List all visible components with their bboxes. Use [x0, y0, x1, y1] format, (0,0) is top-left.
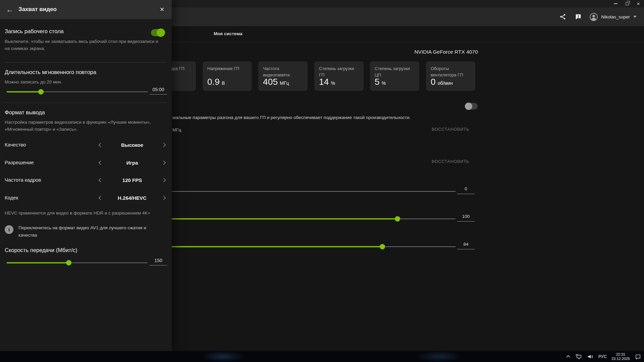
notifications-icon[interactable]: [635, 354, 641, 360]
taskbar-glow: [416, 351, 463, 362]
close-panel-button[interactable]: ✕: [157, 4, 167, 14]
panel-title: Захват видео: [18, 6, 57, 13]
quality-value: Высокое: [102, 142, 162, 148]
username: Nikolas_super: [601, 14, 630, 19]
panel-header: ← Захват видео ✕: [0, 0, 172, 19]
feedback-icon[interactable]: [574, 13, 582, 21]
gpu-slider-3[interactable]: [172, 246, 455, 247]
stat-card-gpu-load: Степень загрузки ГП 14%: [314, 61, 364, 91]
restore-button-1[interactable]: ВОССТАНОВИТЬ: [432, 127, 469, 132]
video-capture-panel: ← Захват видео ✕ Запись рабочего стола В…: [0, 0, 172, 351]
gpu-slider-2-value[interactable]: 100: [457, 214, 475, 222]
minimize-button[interactable]: [610, 0, 621, 7]
quality-label: Качество: [5, 142, 26, 147]
user-menu[interactable]: Nikolas_super: [590, 13, 637, 21]
resolution-stepper: Игра: [99, 160, 165, 166]
stat-value: 0.9В: [207, 77, 225, 87]
chevron-right-icon[interactable]: [161, 196, 166, 200]
speaker-icon[interactable]: [587, 354, 594, 360]
codec-label: Кодек: [5, 195, 18, 200]
divider: [5, 62, 167, 63]
codec-value: H.264/HEVC: [102, 195, 162, 201]
desktop-recording-toggle[interactable]: [151, 29, 164, 36]
chevron-right-icon[interactable]: [161, 143, 166, 147]
output-format-description: Настройка параметров видеозаписи в функц…: [5, 119, 163, 133]
stat-value: 14%: [319, 77, 335, 87]
stat-value: 405МГц: [263, 77, 289, 87]
gpu-title: NVIDIA GeForce RTX 4070: [376, 49, 517, 55]
desktop-recording-description: Выключите, чтобы не захватывать весь раб…: [5, 38, 163, 52]
avatar: [590, 13, 598, 21]
framerate-stepper: 120 FPS: [99, 177, 165, 183]
slider-thumb[interactable]: [380, 244, 385, 249]
gpu-slider-3-value[interactable]: 84: [457, 242, 475, 249]
header-right: Nikolas_super: [559, 7, 637, 26]
toggle-knob: [465, 103, 472, 110]
bitrate-title: Скорость передачи (Мбит/с): [5, 247, 77, 253]
taskbar-glow: [201, 351, 245, 362]
codec-stepper: H.264/HEVC: [99, 195, 165, 201]
quality-stepper: Высокое: [99, 142, 165, 148]
instant-replay-value[interactable]: 05:00: [150, 87, 167, 95]
gpu-slider-1-value[interactable]: 0: [457, 186, 475, 194]
bitrate-slider[interactable]: [7, 262, 148, 263]
network-icon[interactable]: [576, 354, 582, 360]
mhz-label: МГц: [172, 127, 181, 132]
clock[interactable]: 22:31 23.12.2025: [611, 352, 630, 361]
chevron-up-icon[interactable]: [566, 354, 571, 359]
instant-replay-title: Длительность мгновенного повтора: [5, 69, 96, 75]
bitrate-value[interactable]: 150: [150, 258, 167, 265]
share-icon[interactable]: [559, 13, 567, 21]
codec-note: HEVC применяется для видео в формате HDR…: [5, 210, 150, 216]
desktop-recording-title: Запись рабочего стола: [5, 28, 64, 35]
framerate-label: Частота кадров: [5, 177, 41, 183]
gpu-slider-2[interactable]: [172, 219, 455, 219]
stat-card-cpu-load: Степень загрузки ЦП 5%: [370, 61, 419, 91]
slider-thumb[interactable]: [395, 216, 400, 222]
resolution-label: Разрешение: [5, 160, 34, 165]
tab-my-system[interactable]: Моя система: [214, 31, 243, 36]
gpu-slider-1[interactable]: [172, 191, 455, 192]
stat-value: 5%: [375, 77, 386, 87]
window-controls: ✕: [610, 0, 644, 7]
stat-card-gpu-voltage: Напряжение ГП 0.9В: [203, 61, 252, 91]
restore-icon: [626, 2, 629, 5]
restore-button-2[interactable]: ВОССТАНОВИТЬ: [432, 159, 469, 164]
slider-thumb[interactable]: [38, 89, 44, 95]
slider-thumb[interactable]: [66, 260, 71, 265]
divider: [5, 103, 167, 103]
instant-replay-slider[interactable]: [7, 92, 148, 92]
av1-tip: Переключитесь на формат видео AV1 для лу…: [18, 224, 153, 239]
chevron-right-icon[interactable]: [161, 161, 166, 165]
taskbar-tray: РУС 22:31 23.12.2025: [566, 351, 641, 362]
time: 22:31: [611, 352, 630, 357]
info-icon: i: [5, 225, 13, 234]
stat-value: 0об/мин: [431, 77, 453, 87]
back-button[interactable]: ←: [5, 5, 15, 15]
minimize-icon: [614, 3, 618, 4]
close-window-button[interactable]: ✕: [633, 0, 644, 7]
stat-card-vram-clock: Частота видеопамяти 405МГц: [258, 61, 308, 91]
toggle-knob: [157, 28, 165, 37]
output-format-title: Формат вывода: [5, 109, 45, 116]
stat-card-fan-speed: Обороты вентилятора ГП 0об/мин: [426, 61, 475, 91]
restore-button[interactable]: [621, 0, 633, 7]
language-indicator[interactable]: РУС: [598, 354, 607, 359]
chevron-right-icon[interactable]: [161, 178, 166, 182]
instant-replay-description: Можно записать до 20 мин.: [5, 78, 163, 85]
auto-tuning-toggle[interactable]: [465, 103, 478, 110]
close-icon: ✕: [637, 1, 640, 6]
framerate-value: 120 FPS: [102, 177, 162, 183]
overclock-description: мальные параметры разгона для вашего ГП …: [172, 115, 411, 120]
date: 23.12.2025: [611, 357, 630, 361]
screen: ✕ Nikolas_super Моя система NVIDIA GeFor…: [0, 0, 644, 362]
resolution-value: Игра: [102, 160, 162, 166]
stat-label: Напряжение ГП: [207, 66, 248, 72]
taskbar: РУС 22:31 23.12.2025: [0, 351, 644, 362]
chevron-down-icon: [633, 16, 637, 18]
